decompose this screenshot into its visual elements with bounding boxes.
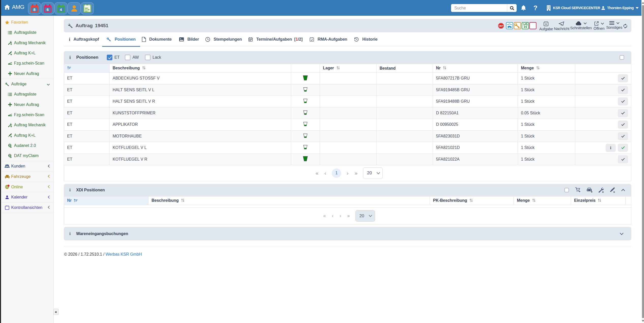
svg-text:STOP: STOP <box>499 25 503 27</box>
